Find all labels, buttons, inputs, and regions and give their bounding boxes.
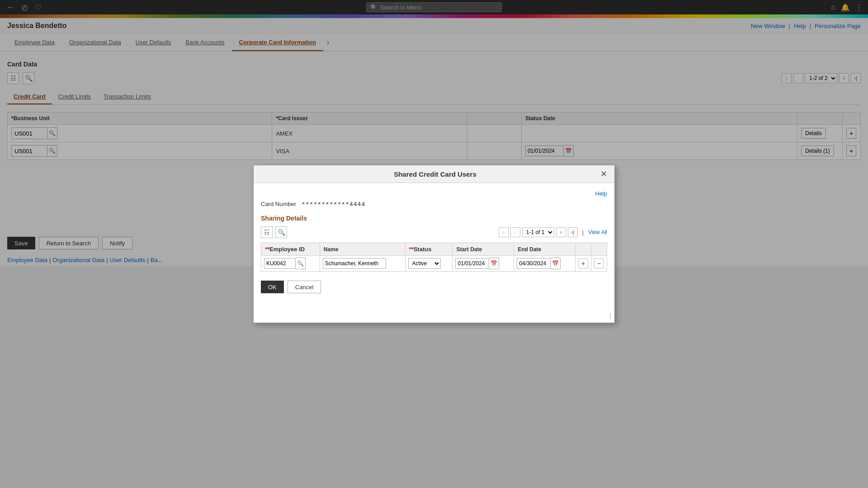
card-number-value: ************4444	[302, 201, 365, 207]
col-start-date: Start Date	[453, 243, 514, 256]
modal-prev-btn[interactable]: ‹	[510, 227, 520, 237]
modal-search-btn[interactable]: 🔍	[275, 226, 287, 238]
modal-ok-button[interactable]: OK	[261, 281, 284, 293]
resize-handle[interactable]: ⁝	[609, 311, 612, 321]
employee-id-search-btn[interactable]: 🔍	[296, 258, 306, 269]
card-number-label: Card Number	[261, 201, 296, 207]
employee-id-field[interactable]	[264, 258, 296, 269]
sharing-details-table: **Employee ID Name **Status Start Date E…	[261, 243, 607, 272]
modal-page-select[interactable]: 1-1 of 1	[522, 227, 554, 237]
modal-close-button[interactable]: ✕	[600, 170, 607, 178]
col-plus	[576, 243, 591, 256]
modal-first-btn[interactable]: |‹	[499, 227, 509, 237]
end-date-field[interactable]	[517, 258, 551, 269]
shared-credit-card-modal: Shared Credit Card Users ✕ Help Card Num…	[253, 165, 615, 323]
col-employee-id: **Employee ID	[261, 243, 320, 256]
col-minus	[591, 243, 607, 256]
employee-name-field[interactable]	[323, 258, 386, 269]
modal-header: Shared Credit Card Users ✕	[254, 165, 614, 183]
start-date-cal-btn[interactable]: 📅	[489, 258, 499, 269]
remove-sharing-row-btn[interactable]: −	[594, 258, 604, 268]
modal-last-btn[interactable]: ›|	[568, 227, 578, 237]
status-select[interactable]: Active Inactive	[408, 258, 441, 269]
sharing-detail-row: 🔍 Active Inactive	[261, 256, 607, 272]
sharing-details-label: Sharing Details	[261, 215, 607, 222]
modal-next-btn[interactable]: ›	[556, 227, 566, 237]
modal-grid-btn[interactable]: ☷	[261, 226, 273, 238]
modal-help-link[interactable]: Help	[261, 190, 607, 197]
view-all-link[interactable]: View All	[588, 229, 607, 235]
modal-toolbar: ☷ 🔍 |‹ ‹ 1-1 of 1 › ›| | View All	[261, 226, 607, 238]
modal-overlay: Shared Credit Card Users ✕ Help Card Num…	[0, 0, 868, 488]
card-number-row: Card Number ************4444	[261, 201, 607, 207]
end-date-cal-btn[interactable]: 📅	[551, 258, 561, 269]
col-end-date: End Date	[514, 243, 576, 256]
modal-cancel-button[interactable]: Cancel	[288, 281, 321, 293]
modal-title: Shared Credit Card Users	[270, 170, 600, 178]
modal-actions: OK Cancel	[261, 277, 607, 297]
col-name: Name	[320, 243, 405, 256]
start-date-field[interactable]	[455, 258, 489, 269]
col-status: **Status	[405, 243, 453, 256]
modal-body: Help Card Number ************4444 Sharin…	[254, 183, 614, 304]
add-sharing-row-btn[interactable]: +	[578, 258, 588, 268]
